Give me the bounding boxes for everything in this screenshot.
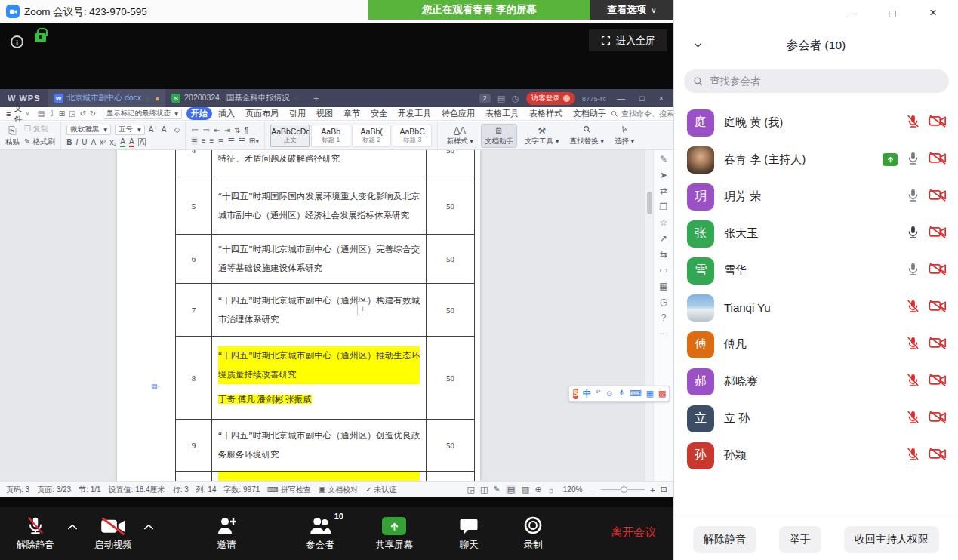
zoom-out-button[interactable]: — [587,485,596,494]
favorite-star-icon[interactable]: ☆ [660,218,668,227]
participant-row[interactable]: 庭庭晚 黄 (我) [674,104,958,141]
shading-icon[interactable]: ☱ [239,137,245,145]
history-icon[interactable]: ◷ [512,94,519,103]
bold-button[interactable]: B [66,138,72,146]
convert-icon[interactable]: ⇆ [660,250,667,259]
ime-punct-icon[interactable]: °’ [596,389,601,398]
scrollbar-thumb[interactable] [647,192,652,214]
video-off-icon[interactable] [929,447,947,464]
wps-restore-button[interactable]: □ [636,94,648,103]
participant-row[interactable]: 玥玥芳 荣 [674,178,958,215]
leave-meeting-button[interactable]: 离开会议 [611,525,656,540]
two-page-view-icon[interactable]: ◫ [480,485,488,494]
menu-item-表格工具[interactable]: 表格工具 [481,107,523,120]
menu-item-引用[interactable]: 引用 [285,107,310,120]
guest-login-badge[interactable]: 访客登录 [526,92,575,105]
preview-icon[interactable]: ◳ [67,109,78,118]
image-icon[interactable]: ▦ [659,282,667,291]
video-off-icon[interactable] [929,262,947,279]
menu-item-安全[interactable]: 安全 [366,107,392,120]
video-off-icon[interactable] [929,336,947,353]
participant-row[interactable]: 张张大玉 [674,215,958,252]
swap-icon[interactable]: ⇄ [660,186,667,195]
mic-status-icon[interactable] [906,336,920,353]
mic-status-icon[interactable] [906,262,920,279]
print-layout-view-icon[interactable]: ▤ [506,485,516,494]
font-size-select[interactable]: 五号▾ [115,125,145,135]
wps-close-button[interactable]: × [655,94,667,103]
text-tool-button[interactable]: ⚒︎ 文字工具 ▾ [522,125,562,147]
menu-item-视图[interactable]: 视图 [312,107,337,120]
paste-button[interactable]: ⎘︎ 粘贴 [5,125,20,147]
menu-item-页面布局[interactable]: 页面布局 [241,107,283,120]
format-painter-button[interactable]: ✎ 格式刷 [24,137,55,147]
toolbar-participants-button[interactable]: 10参会者 [306,514,334,552]
style-card-标题 2[interactable]: AaBb(标题 2 [352,125,391,147]
grow-font-icon[interactable]: A⁺ [149,125,158,134]
footer-button-解除静音[interactable]: 解除静音 [693,526,756,553]
wps-tab-spreadsheet[interactable]: S 20200324...国基金科申报情况 ♢ [165,89,306,107]
mic-status-icon[interactable] [906,299,920,316]
layout-switch-icon[interactable]: ▤ [497,94,505,103]
participant-row[interactable]: 孙孙颖 [674,437,958,474]
strike-button[interactable]: A [91,138,96,146]
share-out-icon[interactable]: ↗ [660,234,667,243]
char-border-icon[interactable]: A [138,138,146,146]
video-off-icon[interactable] [929,151,947,168]
info-icon[interactable]: i [11,35,23,48]
ime-emoji-icon[interactable]: ☺ [605,389,614,398]
mic-status-icon[interactable] [906,114,920,131]
box-icon[interactable]: ▭ [659,266,667,275]
web-view-icon[interactable]: ⊕ [534,485,541,494]
fullscreen-view-icon[interactable]: ◲ [467,485,475,494]
participant-row[interactable]: 立立 孙 [674,400,958,437]
print-icon[interactable]: ⊞ [57,109,66,118]
close-button[interactable]: × [913,5,953,20]
italic-button[interactable]: I [75,138,78,146]
find-replace-button[interactable]: 查找替换 ▾ [567,125,607,147]
ime-mode-label[interactable]: 中 [583,389,591,398]
justify-icon[interactable]: ≣ [217,137,223,145]
participant-row[interactable]: 郝郝晓赛 [674,363,958,400]
align-right-icon[interactable]: ≡ [210,137,214,145]
menu-item-章节[interactable]: 章节 [339,107,365,120]
more-dots-icon[interactable]: ⋯ [659,329,668,338]
style-card-标题 3[interactable]: AaBbC标题 3 [393,125,432,147]
history-clock-icon[interactable]: ◷ [660,297,667,306]
toolbar-chat-button[interactable]: 聊天 [459,514,479,552]
participant-search-input[interactable]: 查找参会者 [684,69,949,93]
doc-assistant-button[interactable]: 🗎︎ 文档助手 [481,124,517,148]
menu-item-特色应用[interactable]: 特色应用 [437,107,479,120]
menu-item-插入[interactable]: 插入 [214,107,239,120]
mic-status-icon[interactable] [906,151,920,168]
style-card-正文[interactable]: AaBbCcDd正文 [270,125,310,147]
track-changes-state-dropdown[interactable]: 显示标记的最终状态 ▾ [103,109,182,119]
subscript-icon[interactable]: x₂ [109,138,116,146]
distribute-icon[interactable]: ☰ [228,137,235,145]
indent-icon[interactable]: ⇥ [224,126,230,134]
style-card-标题 1[interactable]: AaBb标题 1 [311,125,350,147]
spell-check-button[interactable]: ⌨︎拼写检查 [267,485,310,495]
zoom-in-button[interactable]: + [650,485,655,494]
zoom-slider[interactable] [601,489,645,490]
outline-view-icon[interactable]: ▥ [522,485,529,494]
participant-row[interactable]: 雪雪华 [674,252,958,289]
footer-button-收回主持人权限[interactable]: 收回主持人权限 [844,526,939,553]
show-marks-icon[interactable]: ¶ [245,126,248,134]
sogou-logo-icon[interactable]: S [573,389,578,399]
new-tab-button[interactable]: + [306,93,327,104]
select-button[interactable]: 选择 ▾ [611,125,637,147]
shrink-font-icon[interactable]: A⁻ [162,125,171,134]
zoom-slider-knob[interactable] [621,486,627,493]
mic-status-icon[interactable] [906,188,920,205]
video-off-icon[interactable] [929,299,947,316]
tab-pin-icon[interactable]: ♢ [294,94,300,102]
eye-protect-icon[interactable]: ☼ [547,485,555,494]
view-options-button[interactable]: 查看选项 ∨ [590,0,673,20]
tab-count-badge[interactable]: 2 [479,94,491,103]
mic-status-icon[interactable] [906,225,920,242]
borders-icon[interactable]: ⊞▾ [249,137,259,145]
help-icon[interactable]: ? [661,313,667,322]
wps-minimize-button[interactable]: — [613,94,629,103]
chevron-up-icon[interactable] [143,519,154,533]
